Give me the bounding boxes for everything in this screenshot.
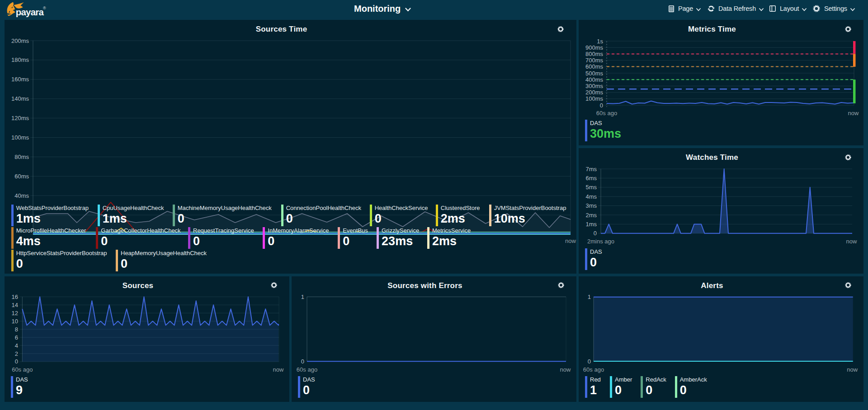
svg-text:100ms: 100ms bbox=[585, 95, 604, 102]
svg-text:16: 16 bbox=[12, 294, 18, 300]
svg-text:60s ago: 60s ago bbox=[12, 366, 33, 373]
svg-text:8: 8 bbox=[15, 326, 18, 333]
svg-text:now: now bbox=[847, 366, 858, 373]
svg-text:0: 0 bbox=[600, 102, 603, 109]
svg-text:now: now bbox=[565, 238, 576, 244]
svg-text:1: 1 bbox=[588, 294, 591, 300]
svg-text:now: now bbox=[560, 366, 571, 373]
svg-text:120ms: 120ms bbox=[11, 115, 29, 121]
svg-text:600ms: 600ms bbox=[585, 63, 604, 70]
svg-text:80ms: 80ms bbox=[14, 154, 29, 160]
svg-text:now: now bbox=[273, 366, 284, 373]
svg-text:4ms: 4ms bbox=[585, 193, 597, 200]
svg-text:180ms: 180ms bbox=[11, 56, 29, 63]
svg-text:6ms: 6ms bbox=[585, 175, 597, 182]
svg-text:2: 2 bbox=[15, 350, 18, 357]
svg-text:1s: 1s bbox=[597, 38, 603, 45]
svg-text:0: 0 bbox=[588, 358, 591, 365]
svg-text:1ms: 1ms bbox=[585, 221, 597, 228]
svg-text:10: 10 bbox=[12, 318, 18, 325]
svg-text:200ms: 200ms bbox=[11, 37, 29, 44]
svg-text:40ms: 40ms bbox=[14, 192, 29, 199]
svg-text:0: 0 bbox=[301, 358, 304, 365]
svg-text:60s ago: 60s ago bbox=[297, 366, 317, 373]
svg-text:60ms: 60ms bbox=[14, 173, 29, 180]
svg-text:2mins ago: 2mins ago bbox=[587, 238, 614, 245]
svg-text:400ms: 400ms bbox=[585, 76, 604, 83]
svg-text:160ms: 160ms bbox=[11, 76, 29, 83]
svg-text:3ms: 3ms bbox=[585, 202, 597, 209]
svg-text:300ms: 300ms bbox=[585, 83, 604, 89]
svg-text:900ms: 900ms bbox=[585, 44, 604, 51]
svg-text:6: 6 bbox=[15, 334, 18, 341]
svg-text:12: 12 bbox=[12, 310, 18, 317]
svg-text:60s ago: 60s ago bbox=[583, 366, 604, 373]
svg-text:7ms: 7ms bbox=[585, 166, 597, 172]
svg-text:140ms: 140ms bbox=[11, 95, 29, 102]
svg-text:4: 4 bbox=[15, 342, 18, 349]
svg-text:60s ago: 60s ago bbox=[596, 110, 617, 116]
svg-text:500ms: 500ms bbox=[585, 70, 604, 77]
svg-text:payara: payara bbox=[16, 7, 44, 17]
svg-text:1: 1 bbox=[301, 294, 304, 300]
svg-text:0: 0 bbox=[15, 358, 18, 365]
svg-text:800ms: 800ms bbox=[585, 51, 604, 57]
svg-text:700ms: 700ms bbox=[585, 57, 604, 64]
svg-text:100ms: 100ms bbox=[11, 134, 29, 141]
svg-text:®: ® bbox=[43, 6, 46, 10]
svg-text:14: 14 bbox=[12, 302, 18, 308]
svg-text:now: now bbox=[846, 238, 857, 245]
svg-text:0: 0 bbox=[594, 230, 597, 237]
svg-text:2ms: 2ms bbox=[585, 212, 597, 219]
svg-text:now: now bbox=[848, 110, 859, 116]
svg-text:5ms: 5ms bbox=[585, 184, 597, 191]
svg-text:200ms: 200ms bbox=[585, 89, 604, 96]
